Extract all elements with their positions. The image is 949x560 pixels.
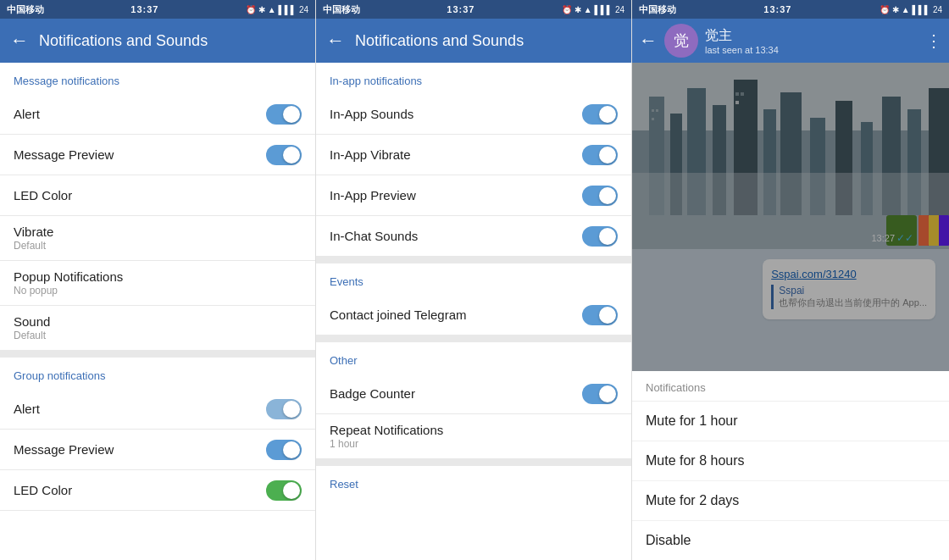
setting-message-preview[interactable]: Message Preview <box>0 135 315 175</box>
chat-header: ← 觉 觉主 last seen at 13:34 ⋮ <box>632 19 949 63</box>
sound-sublabel: Default <box>14 330 50 341</box>
vibrate-sublabel: Default <box>14 240 53 252</box>
panel-1: 中国移动 13:37 ⏰ ✱ ▲ ▌▌▌ 24 ← Notifications … <box>0 0 316 560</box>
panel-2: 中国移动 13:37 ⏰ ✱ ▲ ▌▌▌ 24 ← Notifications … <box>316 0 632 560</box>
header-title-1: Notifications and Sounds <box>39 32 305 50</box>
section-reset: Reset <box>316 466 631 497</box>
alert-toggle[interactable] <box>266 104 302 125</box>
status-bar-3: 中国移动 13:37 ⏰ ✱ ▲ ▌▌▌ 24 <box>632 0 949 19</box>
setting-in-app-preview[interactable]: In-App Preview <box>316 175 631 216</box>
time-3: 13:37 <box>763 4 791 14</box>
contact-joined-label: Contact joined Telegram <box>330 308 466 322</box>
group-message-preview-toggle[interactable] <box>266 440 302 460</box>
in-app-preview-toggle[interactable] <box>582 186 618 206</box>
app-header-1: ← Notifications and Sounds <box>0 19 315 63</box>
setting-vibrate[interactable]: Vibrate Default <box>0 216 315 261</box>
popup-disable[interactable]: Disable <box>632 521 949 560</box>
setting-in-chat-sounds[interactable]: In-Chat Sounds <box>316 216 631 257</box>
alarm-icon-3: ⏰ <box>880 5 890 14</box>
app-header-2: ← Notifications and Sounds <box>316 19 631 63</box>
wifi-icon-2: ▲ <box>584 5 592 14</box>
panel-3: 中国移动 13:37 ⏰ ✱ ▲ ▌▌▌ 24 ← 觉 觉主 last seen… <box>632 0 949 560</box>
chat-header-info: 觉主 last seen at 13:34 <box>705 27 918 55</box>
popup-mute-2days[interactable]: Mute for 2 days <box>632 481 949 521</box>
status-icons-3: ⏰ ✱ ▲ ▌▌▌ 24 <box>880 5 942 14</box>
setting-group-led-color[interactable]: LED Color <box>0 470 315 511</box>
setting-badge-counter[interactable]: Badge Counter <box>316 374 631 414</box>
popup-menu: Notifications Mute for 1 hour Mute for 8… <box>632 371 949 560</box>
divider-4 <box>316 459 631 466</box>
contact-joined-toggle[interactable] <box>582 305 618 325</box>
carrier-2: 中国移动 <box>323 3 360 16</box>
in-app-sounds-toggle[interactable] <box>582 104 618 125</box>
in-app-preview-label: In-App Preview <box>330 188 416 202</box>
status-icons-1: ⏰ ✱ ▲ ▌▌▌ 24 <box>246 5 308 14</box>
section-group-notifications: Group notifications <box>0 358 315 389</box>
sound-label: Sound <box>14 314 50 329</box>
group-alert-toggle[interactable] <box>266 399 302 419</box>
chat-avatar: 觉 <box>664 24 698 58</box>
battery-icon: 24 <box>299 5 308 14</box>
divider-2 <box>316 257 631 263</box>
chat-status: last seen at 13:34 <box>705 45 918 55</box>
carrier-1: 中国移动 <box>7 3 44 16</box>
setting-led-color[interactable]: LED Color <box>0 175 315 216</box>
section-in-app: In-app notifications <box>316 63 631 94</box>
divider-1 <box>0 351 315 358</box>
header-title-2: Notifications and Sounds <box>355 32 621 50</box>
in-app-vibrate-toggle[interactable] <box>582 145 618 165</box>
carrier-3: 中国移动 <box>639 3 676 16</box>
alert-label: Alert <box>14 107 40 121</box>
vibrate-label: Vibrate <box>14 225 53 239</box>
popup-notifications-label: Popup Notifications <box>14 269 123 284</box>
popup-mute-8hours[interactable]: Mute for 8 hours <box>632 441 949 481</box>
time-2: 13:37 <box>447 4 474 14</box>
alarm-icon-2: ⏰ <box>562 5 572 14</box>
alarm-icon: ⏰ <box>246 5 256 14</box>
in-app-sounds-label: In-App Sounds <box>330 107 413 121</box>
popup-header: Notifications <box>632 371 949 402</box>
setting-in-app-sounds[interactable]: In-App Sounds <box>316 94 631 135</box>
settings-content-1: Message notifications Alert Message Prev… <box>0 63 315 560</box>
time-1: 13:37 <box>130 4 158 14</box>
battery-icon-2: 24 <box>615 5 624 14</box>
back-button-1[interactable]: ← <box>10 31 29 50</box>
led-color-label: LED Color <box>14 188 72 202</box>
wifi-icon-3: ▲ <box>902 5 910 14</box>
setting-repeat-notifications[interactable]: Repeat Notifications 1 hour <box>316 414 631 459</box>
signal-icon-2: ▌▌▌ <box>595 5 613 14</box>
badge-counter-label: Badge Counter <box>330 386 415 401</box>
popup-overlay[interactable]: Notifications Mute for 1 hour Mute for 8… <box>632 63 949 560</box>
signal-icon-3: ▌▌▌ <box>913 5 930 14</box>
battery-icon-3: 24 <box>933 5 942 14</box>
message-preview-toggle[interactable] <box>266 145 302 165</box>
setting-sound[interactable]: Sound Default <box>0 306 315 351</box>
status-bar-1: 中国移动 13:37 ⏰ ✱ ▲ ▌▌▌ 24 <box>0 0 315 19</box>
chat-body: 13:27 ✓✓ Sspai.com/31240 Sspai 也帮你自动退出当前… <box>632 63 949 560</box>
in-chat-sounds-toggle[interactable] <box>582 226 618 247</box>
setting-popup-notifications[interactable]: Popup Notifications No popup <box>0 261 315 306</box>
in-app-vibrate-label: In-App Vibrate <box>330 147 411 162</box>
chat-back-button[interactable]: ← <box>639 31 658 50</box>
in-chat-sounds-label: In-Chat Sounds <box>330 229 418 243</box>
group-message-preview-label: Message Preview <box>14 442 114 457</box>
chat-name: 觉主 <box>705 27 918 45</box>
popup-mute-1hour[interactable]: Mute for 1 hour <box>632 402 949 441</box>
setting-in-app-vibrate[interactable]: In-App Vibrate <box>316 135 631 175</box>
group-alert-label: Alert <box>14 402 40 416</box>
divider-3 <box>316 335 631 342</box>
badge-counter-toggle[interactable] <box>582 384 618 404</box>
group-led-color-label: LED Color <box>14 483 72 497</box>
setting-alert[interactable]: Alert <box>0 94 315 135</box>
bluetooth-icon-2: ✱ <box>574 5 581 14</box>
message-preview-label: Message Preview <box>14 147 114 162</box>
setting-group-alert[interactable]: Alert <box>0 389 315 430</box>
group-led-color-toggle[interactable] <box>266 480 302 501</box>
back-button-2[interactable]: ← <box>326 31 345 50</box>
setting-contact-joined[interactable]: Contact joined Telegram <box>316 295 631 335</box>
status-icons-2: ⏰ ✱ ▲ ▌▌▌ 24 <box>562 5 624 14</box>
bluetooth-icon-3: ✱ <box>892 5 899 14</box>
repeat-notifications-sublabel: 1 hour <box>330 438 443 450</box>
setting-group-message-preview[interactable]: Message Preview <box>0 430 315 470</box>
more-options-icon[interactable]: ⋮ <box>925 30 942 51</box>
